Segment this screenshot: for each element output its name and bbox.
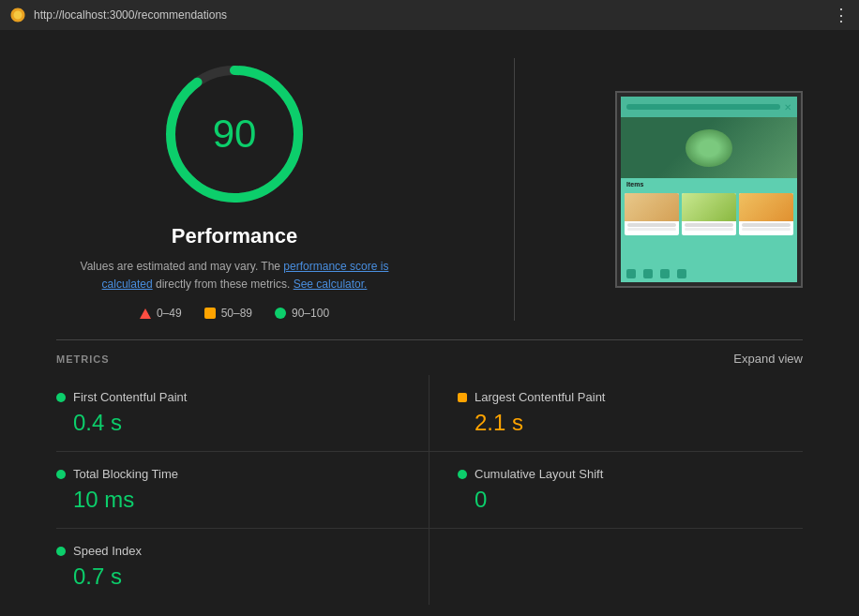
metric-value-si: 0.7 s — [56, 563, 400, 590]
preview-card-text-1 — [627, 223, 676, 227]
preview-vegetable-image — [686, 129, 732, 167]
metric-dot-tbt — [56, 470, 66, 479]
legend-circle-icon — [275, 308, 286, 319]
preview-inner: ✕ Items — [621, 97, 797, 282]
score-section: 90 Performance Values are estimated and … — [56, 59, 413, 320]
metric-cumulative-layout-shift: Cumulative Layout Shift 0 — [430, 452, 803, 529]
menu-icon[interactable]: ⋮ — [833, 5, 850, 25]
calculator-link[interactable]: See calculator. — [294, 278, 368, 291]
legend-item-0-49: 0–49 — [140, 307, 182, 320]
metric-name-row-fcp: First Contentful Paint — [56, 390, 400, 404]
score-value: 90 — [213, 112, 257, 157]
preview-header: ✕ — [621, 97, 797, 117]
preview-footer-icon-3 — [660, 269, 670, 278]
preview-card-image-3 — [739, 193, 793, 221]
metric-dot-cls — [458, 470, 467, 479]
preview-section-title: Items — [621, 178, 797, 190]
metric-name-tbt: Total Blocking Time — [73, 467, 178, 481]
preview-card-3 — [739, 193, 793, 235]
preview-cards-row — [621, 190, 797, 238]
preview-card-image-2 — [682, 193, 736, 221]
preview-url-bar — [626, 104, 780, 110]
preview-card-text2-1 — [627, 228, 676, 231]
metric-speed-index: Speed Index 0.7 s — [56, 529, 430, 605]
metric-dot-si — [56, 547, 66, 556]
preview-hero — [621, 117, 797, 178]
preview-card-image-1 — [625, 193, 679, 221]
score-circle: 90 — [159, 59, 309, 209]
metrics-grid: First Contentful Paint 0.4 s Largest Con… — [56, 375, 803, 605]
url-bar[interactable]: http://localhost:3000/recommendations — [34, 8, 825, 22]
perf-description: Values are estimated and may vary. The p… — [75, 258, 394, 293]
metric-first-contentful-paint: First Contentful Paint 0.4 s — [56, 375, 430, 452]
legend-item-50-89: 50–89 — [204, 307, 252, 320]
metric-name-row-tbt: Total Blocking Time — [56, 467, 400, 481]
metric-dot-fcp — [56, 393, 66, 402]
legend-label-50-89: 50–89 — [221, 307, 252, 320]
preview-card-2 — [682, 193, 736, 235]
preview-footer-icon-1 — [626, 269, 636, 278]
main-content: 90 Performance Values are estimated and … — [0, 30, 859, 616]
preview-section: ✕ Items — [615, 91, 803, 288]
metric-name-si: Speed Index — [73, 544, 142, 558]
preview-card-text-3 — [742, 223, 791, 227]
metric-name-lcp: Largest Contentful Paint — [475, 390, 605, 404]
metric-name-row-cls: Cumulative Layout Shift — [458, 467, 803, 481]
legend-label-0-49: 0–49 — [157, 307, 182, 320]
preview-close-icon: ✕ — [784, 102, 791, 113]
preview-card-text2-3 — [742, 228, 791, 231]
preview-card-text2-2 — [685, 228, 733, 231]
metric-largest-contentful-paint: Largest Contentful Paint 2.1 s — [430, 375, 803, 452]
metric-value-cls: 0 — [458, 487, 803, 513]
preview-card-text-2 — [685, 223, 733, 227]
metric-value-fcp: 0.4 s — [56, 410, 400, 436]
metric-name-row-si: Speed Index — [56, 544, 400, 558]
legend: 0–49 50–89 90–100 — [140, 307, 329, 320]
legend-triangle-icon — [140, 308, 151, 319]
metrics-header: METRICS Expand view — [56, 339, 803, 366]
metric-value-tbt: 10 ms — [56, 487, 400, 513]
metric-dot-lcp — [458, 393, 467, 402]
metric-name-cls: Cumulative Layout Shift — [475, 467, 603, 481]
metric-total-blocking-time: Total Blocking Time 10 ms — [56, 452, 430, 529]
preview-hero-image — [621, 117, 797, 178]
expand-view-button[interactable]: Expand view — [733, 352, 803, 366]
metric-name-row-lcp: Largest Contentful Paint — [458, 390, 803, 404]
perf-title: Performance — [172, 224, 298, 248]
preview-footer-icon-4 — [677, 269, 686, 278]
legend-item-90-100: 90–100 — [275, 307, 329, 320]
preview-card-1 — [625, 193, 679, 235]
page-preview-frame: ✕ Items — [615, 91, 803, 288]
preview-footer-icon-2 — [643, 269, 653, 278]
top-bar: http://localhost:3000/recommendations ⋮ — [0, 0, 859, 30]
section-divider — [514, 58, 515, 321]
metric-name-fcp: First Contentful Paint — [73, 390, 187, 404]
score-row: 90 Performance Values are estimated and … — [56, 58, 803, 321]
metric-value-lcp: 2.1 s — [458, 410, 803, 436]
legend-label-90-100: 90–100 — [292, 307, 329, 320]
browser-icon — [9, 7, 26, 23]
legend-square-icon — [204, 308, 216, 319]
metrics-label: METRICS — [56, 353, 110, 365]
preview-footer — [621, 265, 797, 282]
